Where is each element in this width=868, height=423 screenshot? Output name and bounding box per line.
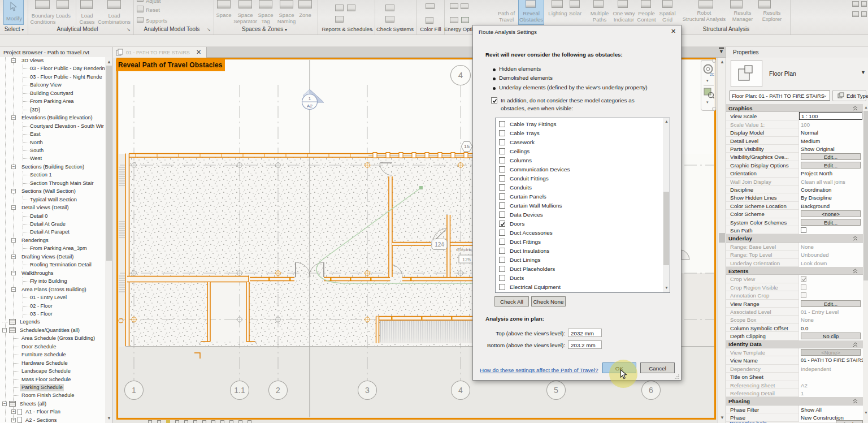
svg-text:1: 1 [132, 386, 136, 395]
svg-text:2D: 2D [710, 72, 714, 76]
svg-text:125: 125 [462, 257, 471, 262]
svg-text:1.1: 1.1 [234, 386, 245, 395]
svg-text:4: 4 [458, 70, 463, 80]
svg-text:1: 1 [309, 96, 311, 101]
svg-text:2: 2 [276, 386, 280, 395]
svg-text:124: 124 [435, 241, 444, 248]
svg-text:Electric: Electric [457, 247, 472, 252]
svg-text:A2: A2 [307, 103, 313, 109]
svg-text:3: 3 [365, 386, 370, 395]
svg-text:5: 5 [554, 386, 558, 395]
svg-text:15: 15 [464, 144, 470, 149]
svg-text:6: 6 [649, 386, 653, 395]
svg-text:4: 4 [458, 386, 463, 395]
